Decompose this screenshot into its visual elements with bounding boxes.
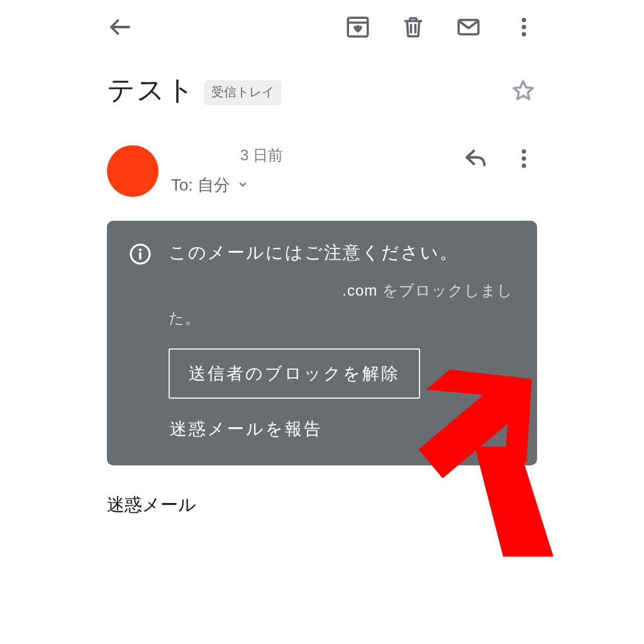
to-target: 自分 [197, 174, 230, 196]
meta: 3 日前 To: 自分 [171, 145, 441, 196]
warning-body: .com をブロックしまし [169, 279, 516, 303]
back-icon[interactable] [107, 14, 133, 40]
email-subject: テスト [107, 72, 196, 109]
time-ago: 3 日前 [240, 145, 441, 165]
info-outline-icon [128, 242, 152, 266]
svg-point-10 [139, 248, 142, 251]
mark-unread-icon[interactable] [455, 14, 482, 40]
warning-card: このメールにはご注意ください。 .com をブロックしまし た。 送信者のブロッ… [107, 221, 537, 465]
svg-rect-11 [139, 252, 141, 259]
to-prefix: To: [171, 175, 193, 195]
report-spam-button[interactable]: 迷惑メールを報告 [169, 414, 324, 444]
warning-body-suffix: をブロックしまし [377, 282, 513, 299]
warning-body-strong: .com [342, 282, 377, 299]
star-outline-icon[interactable] [509, 77, 537, 104]
warning-title: このメールにはご注意ください。 [169, 241, 516, 265]
svg-point-4 [522, 25, 526, 30]
to-line[interactable]: To: 自分 [171, 174, 249, 196]
svg-point-6 [522, 149, 526, 153]
svg-point-8 [522, 164, 526, 168]
svg-point-3 [522, 18, 526, 22]
trash-icon[interactable] [400, 14, 426, 40]
email-view: テスト 受信トレイ 3 日前 To: 自分 [0, 0, 644, 644]
more-vert-icon[interactable] [511, 14, 537, 40]
warning-content: このメールにはご注意ください。 .com をブロックしまし た。 送信者のブロッ… [169, 241, 516, 444]
svg-point-7 [522, 157, 526, 161]
email-body-text: 迷惑メール [107, 493, 537, 517]
reply-icon[interactable] [463, 145, 489, 172]
chevron-down-icon [236, 175, 249, 195]
sender-row: 3 日前 To: 自分 [107, 145, 537, 197]
unblock-sender-button[interactable]: 送信者のブロックを解除 [169, 348, 420, 399]
warning-body-line2: た。 [169, 306, 516, 330]
message-more-icon[interactable] [511, 145, 537, 172]
subject-row: テスト 受信トレイ [107, 72, 537, 109]
folder-chip[interactable]: 受信トレイ [204, 80, 281, 105]
archive-icon[interactable] [345, 14, 371, 40]
message-actions [441, 145, 537, 172]
app-bar [107, 0, 537, 54]
svg-point-5 [522, 32, 526, 36]
avatar[interactable] [107, 145, 158, 197]
